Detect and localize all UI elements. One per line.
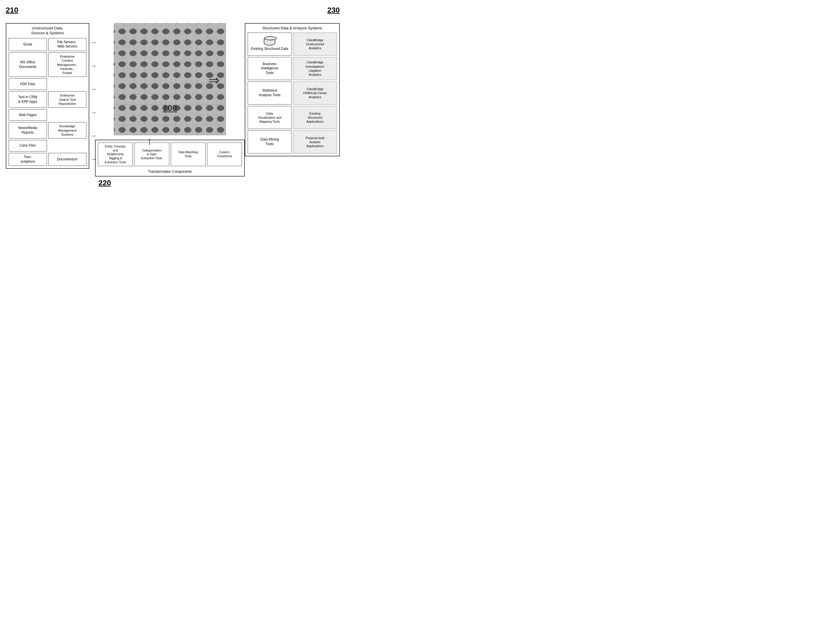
arrows-left-to-center: → → → → → →: [90, 39, 97, 163]
arrow-1: →: [90, 39, 97, 46]
arrow-2: →: [90, 62, 97, 70]
label-230: 230: [328, 6, 340, 15]
left-panel-title: Unstructured Data,Sources & Systems: [9, 26, 86, 36]
transform-entity: Entity, Concept,andRelationshipTagging &…: [98, 143, 133, 166]
arrow-6: →: [90, 156, 97, 163]
left-box-web: Web Pages: [9, 109, 47, 120]
transform-custom: CustomTransforms: [207, 143, 242, 166]
left-box-case: Case Files: [9, 140, 47, 151]
arrow-3: →: [90, 85, 97, 93]
left-box-search-space: [48, 109, 87, 120]
left-box-crm: Text in CRM& ERP Apps: [9, 91, 47, 108]
label-100: 100: [163, 103, 177, 113]
right-box-existing-apps: ExistingStructuredApplications: [293, 106, 337, 129]
arrow-up: ↑: [147, 135, 152, 148]
db-icon: [264, 37, 275, 46]
arrow-5: →: [90, 132, 97, 140]
transform-footer: Transformation Components: [98, 168, 242, 174]
arrow-4: →: [90, 109, 97, 116]
diagram-container: 210 230 Unstructured Data,Sources & Syst…: [6, 6, 340, 253]
left-box-knowledge: KnowledgeManagementSystems: [48, 122, 87, 139]
left-box-file-servers: File Servers ,Web Servers: [48, 38, 87, 51]
right-box-clarabridge-investigation: ClaraBridgeInvestigation/LitigationAnaly…: [293, 57, 337, 80]
right-panel-title: Structured Data & Analysis Systems: [248, 26, 337, 30]
left-box-ecm: EnterpriseContentManagement ,Intranets ,…: [48, 52, 87, 77]
right-box-purpose-built: Purpose-builtAnalyticApplications: [293, 130, 337, 154]
right-box-bi: BusinessIntelligenceTools: [248, 57, 292, 80]
left-box-search-tool: EnterpriseSearch ToolRepositories: [48, 91, 87, 108]
left-box-transcriptions: Tran-scriptions: [9, 153, 47, 166]
left-box-ms-office: MS OfficeDocuments: [9, 52, 47, 77]
arrow-center-to-right: ⇒: [208, 72, 220, 88]
left-box-ecm-space: [48, 78, 87, 90]
transform-grid: Entity, Concept,andRelationshipTagging &…: [98, 143, 242, 166]
right-box-existing-data: Existing Structured Data: [248, 32, 292, 56]
right-box-data-mining: Data MiningTools: [248, 130, 292, 154]
left-box-email: Email: [9, 38, 47, 51]
right-box-clarabridge-crm: ClaraBridgeCRM/Call CenterAnalytics: [293, 81, 337, 105]
right-panel: Structured Data & Analysis Systems Exist…: [245, 23, 340, 156]
label-210: 210: [6, 6, 18, 15]
left-box-pdf: PDF Files: [9, 78, 47, 90]
left-grid: Email File Servers ,Web Servers MS Offic…: [9, 38, 86, 166]
right-box-visualization: DataVisualization andMapping Tools: [248, 106, 292, 129]
right-grid: Existing Structured Data ClaraBridgeUnst…: [248, 32, 337, 154]
existing-data-label: Existing Structured Data: [251, 47, 288, 51]
left-box-news: News/MediaReports: [9, 122, 47, 139]
transform-data-matching: Data MatchingTools: [171, 143, 206, 166]
left-panel: Unstructured Data,Sources & Systems Emai…: [6, 23, 89, 169]
left-box-knowledge-space: [48, 140, 87, 151]
left-box-documentum: Documentum: [48, 153, 87, 166]
right-box-clarabridge-unstructured: ClaraBridgeUnstructuredAnalytics: [293, 32, 337, 56]
transform-box: Entity, Concept,andRelationshipTagging &…: [95, 140, 245, 177]
label-220: 220: [99, 178, 111, 188]
center-area: 100 Entity, Concept,andRelationshipTaggi…: [95, 23, 245, 177]
right-box-statistical: StatisticalAnalysis Tools: [248, 81, 292, 105]
